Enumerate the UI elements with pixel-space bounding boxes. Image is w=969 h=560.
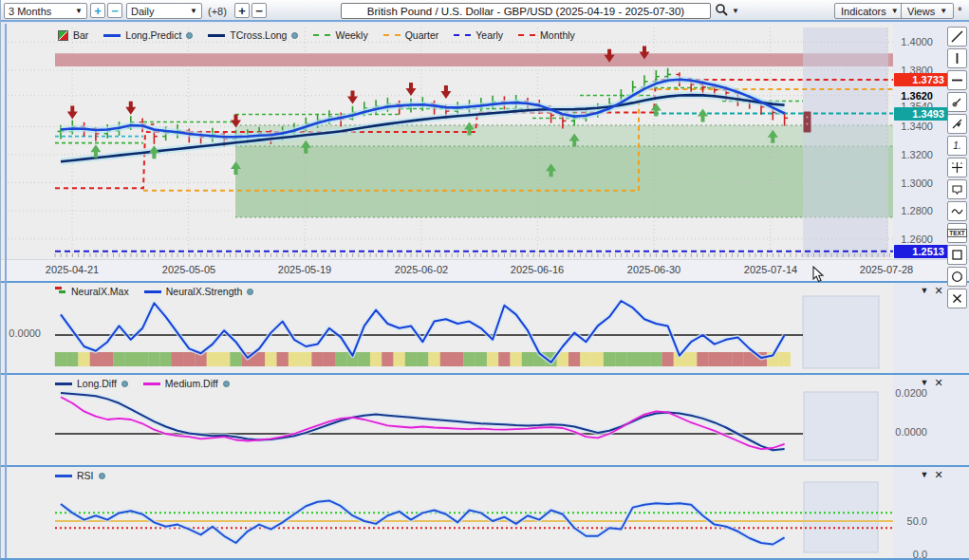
panel-close-button[interactable]: ✕: [933, 377, 944, 389]
plus-icon: +: [238, 5, 246, 17]
left-accent-line: [5, 24, 7, 560]
legend-item[interactable]: Medium.Diff: [143, 378, 230, 389]
top-toolbar: 3 Months ▼ + − Daily ▼ (+8) + − British …: [1, 0, 969, 22]
legend-line-icon: [208, 34, 225, 37]
number-label-tool-button[interactable]: 1.: [947, 136, 967, 156]
diff-legend: Long.DiffMedium.Diff: [55, 378, 230, 389]
legend-settings-dot[interactable]: [247, 289, 253, 295]
diff-zero-label: 0.0000: [880, 426, 927, 438]
text-tool-button[interactable]: TEXT: [947, 223, 967, 243]
diff-scale-label: 0.0200: [880, 387, 927, 399]
diff-panel: Long.DiffMedium.Diff 0.0200 0.0000 ▼ ✕: [1, 373, 969, 465]
legend-line-icon: [383, 34, 401, 36]
legend-item[interactable]: Quarter: [383, 29, 439, 41]
vertical-line-tool-button[interactable]: [947, 48, 967, 68]
delete-drawing-tool-button[interactable]: [947, 289, 967, 308]
trading-app-window: 3 Months ▼ + − Daily ▼ (+8) + − British …: [0, 0, 969, 560]
ellipse-tool-button[interactable]: [947, 267, 967, 287]
callout-tool-button[interactable]: [947, 179, 967, 199]
legend-item[interactable]: TCross.Long: [208, 29, 298, 41]
date-tick-label: 2025-05-19: [262, 264, 347, 275]
panel-collapse-button[interactable]: ▼: [919, 286, 930, 295]
date-tick-label: 2025-04-21: [29, 264, 115, 275]
main-chart-canvas[interactable]: [1, 24, 969, 259]
panel-collapse-button[interactable]: ▼: [919, 470, 930, 479]
legend-item[interactable]: Yearly: [454, 29, 503, 41]
price-tick-label: 1.4000: [885, 36, 933, 47]
rsi-canvas[interactable]: [1, 467, 969, 560]
zoom-in-button[interactable]: +: [90, 3, 105, 18]
panel-close-button[interactable]: ✕: [933, 285, 944, 297]
price-badge: 1.3493: [894, 107, 948, 121]
chevron-down-icon: ▼: [891, 7, 899, 15]
add-bars-button[interactable]: +: [234, 3, 250, 18]
remove-bars-button[interactable]: −: [252, 3, 267, 18]
date-tick-label: 2025-06-30: [611, 264, 697, 275]
views-button[interactable]: Views ▼: [901, 3, 954, 19]
range-select[interactable]: 3 Months ▼: [4, 3, 87, 19]
main-chart-panel: BarLong.PredictTCross.LongWeeklyQuarterY…: [1, 24, 969, 259]
legend-item[interactable]: Long.Predict: [103, 29, 193, 41]
legend-settings-dot[interactable]: [291, 32, 298, 39]
price-tick-label: 1.2600: [885, 233, 933, 245]
legend-label: NeuralX.Max: [71, 286, 129, 297]
legend-line-icon: [143, 383, 160, 385]
rsi-mid-label: 50.0: [880, 515, 927, 527]
flag-tool-button[interactable]: [947, 114, 967, 134]
legend-item[interactable]: NeuralX.Strength: [144, 286, 254, 297]
wave-tool-button[interactable]: [947, 201, 967, 221]
neuralx-legend: NeuralX.MaxNeuralX.Strength: [55, 286, 253, 297]
minus-icon: −: [111, 5, 119, 17]
plus-icon: +: [94, 5, 102, 17]
pencil-tool-button[interactable]: [947, 92, 967, 112]
neuralx-max-icon: [55, 287, 66, 296]
chevron-down-icon: ▼: [940, 7, 947, 15]
legend-label: RSI: [77, 470, 94, 481]
panel-collapse-button[interactable]: ▼: [919, 378, 930, 387]
legend-item[interactable]: Weekly: [313, 29, 367, 41]
bar-legend-icon: [58, 30, 68, 41]
legend-label: NeuralX.Strength: [166, 286, 243, 297]
symbol-search[interactable]: ▼: [715, 3, 739, 19]
drawing-tools-toolbar: 1. TEXT: [947, 27, 969, 310]
panel-close-button[interactable]: ✕: [933, 469, 944, 481]
period-select[interactable]: Daily ▼: [126, 3, 202, 19]
legend-settings-dot[interactable]: [121, 381, 128, 387]
price-tick-label: 1.3000: [885, 177, 933, 189]
date-tick-label: 2025-06-16: [494, 264, 580, 275]
views-button-label: Views: [907, 6, 935, 17]
legend-settings-dot[interactable]: [223, 381, 230, 387]
legend-item[interactable]: Long.Diff: [55, 378, 128, 389]
price-tick-label: 1.2800: [885, 205, 933, 216]
horizontal-line-tool-button[interactable]: [947, 70, 967, 90]
symbol-title-input[interactable]: British Pound / U.S. Dollar - GBP/USD (2…: [341, 3, 711, 19]
trendline-tool-button[interactable]: [947, 27, 967, 47]
legend-item[interactable]: RSI: [55, 470, 105, 481]
legend-label: TCross.Long: [230, 29, 287, 41]
rsi-panel: RSI 50.0 0.0 ▼ ✕: [1, 465, 969, 560]
legend-item[interactable]: Monthly: [518, 29, 575, 41]
rectangle-tool-button[interactable]: [947, 245, 967, 265]
crosshair-tool-button[interactable]: [947, 158, 967, 177]
legend-label: Medium.Diff: [165, 378, 218, 389]
price-badge: 1.3733: [894, 73, 948, 86]
price-bold-label: 1.3620: [885, 90, 933, 102]
legend-settings-dot[interactable]: [99, 473, 105, 479]
legend-line-icon: [103, 34, 121, 37]
indicators-button[interactable]: Indicators ▼: [834, 3, 905, 19]
search-icon[interactable]: [715, 3, 729, 19]
legend-label: Quarter: [405, 29, 439, 41]
legend-item[interactable]: NeuralX.Max: [55, 286, 129, 297]
price-badge: 1.2513: [894, 245, 948, 258]
legend-item[interactable]: Bar: [58, 29, 88, 41]
legend-line-icon: [313, 34, 330, 36]
legend-line-icon: [518, 34, 535, 36]
chart-workspace: BarLong.PredictTCross.LongWeeklyQuarterY…: [1, 24, 969, 560]
chevron-down-icon[interactable]: ▼: [732, 7, 739, 15]
rsi-zero-label: 0.0: [880, 549, 927, 560]
zoom-out-button[interactable]: −: [107, 3, 122, 18]
main-chart-legend: BarLong.PredictTCross.LongWeeklyQuarterY…: [58, 29, 575, 41]
text-tool-label: TEXT: [947, 229, 967, 237]
date-tick-label: 2025-07-14: [728, 264, 813, 275]
legend-settings-dot[interactable]: [186, 32, 193, 39]
